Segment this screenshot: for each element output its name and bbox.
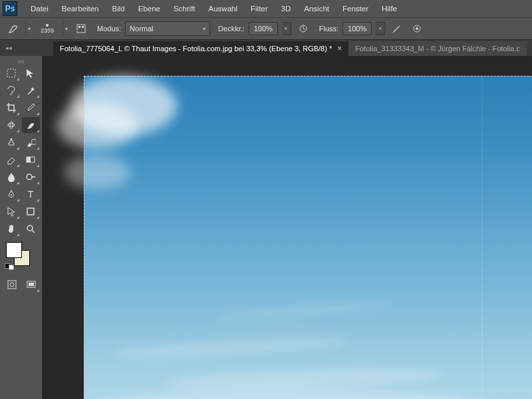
crop-tool[interactable]	[2, 100, 20, 116]
svg-point-18	[27, 225, 33, 231]
brush-preview[interactable]: 2359	[36, 19, 59, 38]
brush-tool[interactable]	[22, 117, 40, 133]
workspace: T	[0, 56, 532, 399]
toolbox-grip[interactable]	[2, 59, 40, 64]
svg-point-14	[27, 174, 32, 180]
brush-size-value: 2359	[41, 27, 54, 34]
pressure-opacity-icon[interactable]	[295, 21, 311, 37]
brush-dot-icon	[46, 24, 49, 27]
svg-rect-12	[27, 157, 35, 162]
flow-label: Fluss:	[319, 25, 338, 33]
menu-3d[interactable]: 3D	[275, 0, 298, 17]
svg-rect-2	[82, 26, 84, 28]
eyedropper-tool[interactable]	[22, 100, 40, 116]
magic-wand-tool[interactable]	[22, 82, 40, 98]
svg-rect-9	[8, 124, 15, 126]
document-tab-active[interactable]: Fotolia_7775064_L © Thaut Images - Fotol…	[53, 41, 348, 56]
svg-rect-13	[27, 157, 31, 162]
menu-filter[interactable]: Filter	[244, 0, 275, 17]
foreground-color-swatch[interactable]	[6, 242, 22, 258]
shape-tool[interactable]	[22, 203, 40, 219]
tab-label: Fotolia_7775064_L © Thaut Images - Fotol…	[60, 45, 332, 53]
canvas[interactable]	[84, 76, 532, 399]
document-tab-bar: ◂◂ Fotolia_7775064_L © Thaut Images - Fo…	[0, 40, 532, 56]
type-tool[interactable]: T	[22, 186, 40, 202]
flow-dropdown[interactable]: ▾	[376, 22, 385, 35]
pen-tool[interactable]	[2, 186, 20, 202]
mode-label: Modus:	[97, 25, 121, 33]
zoom-tool[interactable]	[22, 221, 40, 237]
gradient-tool[interactable]	[22, 152, 40, 168]
opacity-input[interactable]: 100%	[249, 22, 278, 35]
close-icon[interactable]: ×	[337, 44, 342, 53]
lasso-tool[interactable]	[2, 82, 20, 98]
chevron-down-icon: ▾	[203, 26, 205, 32]
cloud-graphic	[64, 156, 130, 189]
menu-bearbeiten[interactable]: Bearbeiten	[55, 0, 106, 17]
svg-point-15	[11, 194, 12, 196]
hand-tool[interactable]	[2, 221, 20, 237]
current-tool-icon[interactable]	[5, 21, 21, 37]
brush-size-dropdown[interactable]: ▾	[63, 21, 69, 37]
menu-datei[interactable]: Datei	[24, 0, 55, 17]
pressure-size-icon[interactable]	[409, 21, 425, 37]
cloud-graphic	[57, 102, 137, 149]
blend-mode-value: Normal	[130, 25, 153, 33]
opacity-dropdown[interactable]: ▾	[282, 22, 291, 35]
screen-mode-tool[interactable]	[23, 277, 41, 293]
menu-auswahl[interactable]: Auswahl	[202, 0, 244, 17]
canvas-area[interactable]	[43, 56, 532, 399]
blend-mode-select[interactable]: Normal ▾	[125, 21, 210, 36]
options-bar: ▾ 2359 ▾ Modus: Normal ▾ Deckkr.: 100% ▾…	[0, 17, 532, 40]
tab-label: Fotolia_31333343_M - © Jürgen Fälchle - …	[355, 45, 520, 53]
image-seam	[481, 76, 483, 399]
document-tab-inactive[interactable]: Fotolia_31333343_M - © Jürgen Fälchle - …	[348, 41, 527, 56]
toolbox: T	[0, 56, 43, 399]
svg-rect-21	[27, 281, 35, 287]
quick-mask-tool[interactable]	[3, 277, 21, 293]
svg-point-4	[394, 31, 395, 32]
default-colors-icon[interactable]	[5, 263, 14, 270]
clone-stamp-tool[interactable]	[2, 134, 20, 150]
svg-rect-19	[8, 281, 16, 289]
eraser-tool[interactable]	[2, 152, 20, 168]
move-tool[interactable]	[22, 65, 40, 81]
svg-rect-10	[10, 122, 13, 128]
svg-point-7	[416, 27, 418, 30]
svg-text:T: T	[28, 189, 34, 200]
app-logo: Ps	[3, 1, 17, 16]
svg-rect-0	[77, 25, 85, 33]
svg-rect-8	[7, 69, 15, 77]
collapse-icon[interactable]: ◂◂	[3, 42, 15, 54]
svg-rect-22	[29, 283, 34, 286]
airbrush-icon[interactable]	[389, 21, 405, 37]
menu-fenster[interactable]: Fenster	[336, 0, 375, 17]
color-swatches[interactable]	[6, 242, 33, 269]
opacity-label: Deckkr.:	[218, 25, 245, 33]
brush-panel-icon[interactable]	[73, 21, 89, 37]
menu-ebene[interactable]: Ebene	[132, 0, 167, 17]
path-selection-tool[interactable]	[2, 203, 20, 219]
svg-point-20	[10, 283, 14, 287]
blur-tool[interactable]	[2, 169, 20, 185]
svg-rect-17	[27, 208, 34, 215]
menu-hilfe[interactable]: Hilfe	[375, 0, 404, 17]
menu-bild[interactable]: Bild	[105, 0, 131, 17]
tool-preset-dropdown[interactable]: ▾	[25, 21, 32, 37]
svg-rect-1	[78, 26, 80, 28]
menu-bar: Ps Datei Bearbeiten Bild Ebene Schrift A…	[0, 0, 532, 17]
marquee-tool[interactable]	[2, 65, 20, 81]
svg-point-5	[392, 32, 393, 33]
flow-input[interactable]: 100%	[342, 22, 372, 35]
dodge-tool[interactable]	[22, 169, 40, 185]
menu-schrift[interactable]: Schrift	[167, 0, 202, 17]
healing-brush-tool[interactable]	[2, 117, 20, 133]
menu-ansicht[interactable]: Ansicht	[297, 0, 336, 17]
history-brush-tool[interactable]	[22, 134, 40, 150]
svg-rect-11	[11, 138, 12, 140]
